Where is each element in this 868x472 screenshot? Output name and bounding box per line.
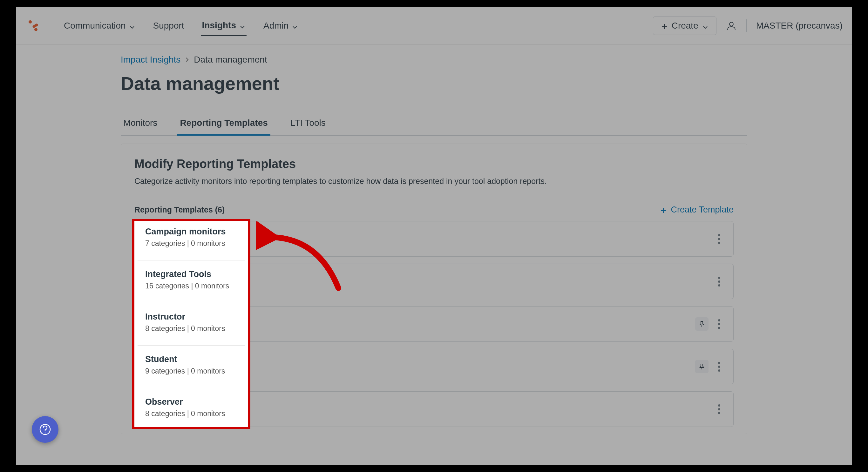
tabs: Monitors Reporting Templates LTI Tools (121, 112, 747, 136)
pin-icon[interactable] (695, 360, 709, 373)
tab-reporting-templates[interactable]: Reporting Templates (177, 112, 270, 136)
top-navigation: Communication Support Insights Admin (16, 7, 852, 45)
help-button[interactable] (32, 416, 58, 443)
kebab-menu[interactable] (714, 231, 724, 247)
user-icon[interactable] (726, 20, 737, 31)
plus-icon (661, 22, 668, 29)
kebab-menu[interactable] (714, 358, 724, 375)
highlight-region: Campaign monitors7 categories | 0 monito… (133, 220, 249, 428)
nav-label: Support (153, 21, 184, 31)
svg-point-5 (730, 22, 733, 26)
svg-point-11 (45, 433, 46, 434)
chevron-down-icon (702, 23, 709, 29)
page-title: Data management (121, 73, 747, 94)
nav-label: Insights (202, 20, 236, 31)
breadcrumb-link[interactable]: Impact Insights (121, 55, 181, 65)
logo-icon (25, 18, 41, 33)
create-button[interactable]: Create (653, 17, 716, 35)
nav-communication[interactable]: Communication (63, 16, 136, 36)
nav-label: Admin (264, 21, 288, 31)
tab-lti-tools[interactable]: LTI Tools (288, 112, 328, 135)
nav-label: Communication (64, 21, 126, 31)
tab-monitors[interactable]: Monitors (121, 112, 160, 135)
nav-insights[interactable]: Insights (201, 15, 247, 36)
create-label: Create (672, 21, 698, 31)
pin-icon[interactable] (695, 317, 709, 331)
create-template-label: Create Template (671, 205, 734, 215)
nav-admin[interactable]: Admin (262, 16, 299, 36)
svg-point-0 (29, 20, 32, 24)
breadcrumb: Impact Insights Data management (121, 55, 747, 65)
kebab-menu[interactable] (714, 274, 724, 289)
plus-icon (660, 207, 667, 214)
breadcrumb-current: Data management (194, 55, 267, 65)
divider (746, 20, 747, 32)
kebab-menu[interactable] (714, 401, 724, 417)
panel-title: Modify Reporting Templates (134, 157, 734, 171)
user-label[interactable]: MASTER (precanvas) (756, 21, 843, 31)
kebab-menu[interactable] (714, 316, 724, 332)
chevron-right-icon (184, 55, 190, 65)
templates-count: Reporting Templates (6) (134, 205, 225, 214)
chevron-down-icon (239, 22, 246, 29)
chevron-down-icon (129, 23, 135, 29)
nav-support[interactable]: Support (152, 16, 185, 36)
chevron-down-icon (292, 23, 298, 29)
create-template-button[interactable]: Create Template (660, 205, 734, 215)
panel-description: Categorize activity monitors into report… (134, 177, 734, 186)
svg-rect-1 (32, 23, 38, 28)
svg-point-2 (34, 28, 37, 31)
